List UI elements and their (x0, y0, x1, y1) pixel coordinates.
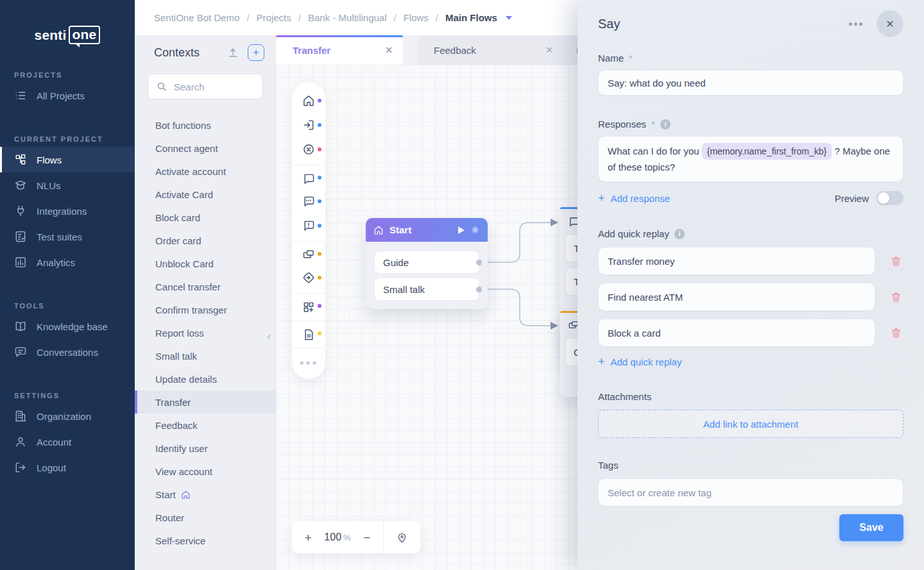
close-tab-icon[interactable]: ✕ (376, 45, 393, 55)
sidebar-item-label: Test suites (37, 231, 82, 242)
name-field[interactable] (598, 70, 903, 96)
add-quick-reply-button[interactable]: + Add quick replay (598, 356, 681, 367)
close-icon[interactable]: ✕ (877, 10, 903, 37)
breadcrumb-item[interactable]: Bank - Multilingual (308, 12, 387, 23)
start-node[interactable]: Start Guide Small talk (366, 218, 488, 309)
tab-transfer[interactable]: Transfer ✕ (276, 35, 403, 65)
context-item-start[interactable]: Start (135, 483, 276, 506)
breadcrumb-current[interactable]: Main Flows (445, 12, 497, 23)
add-response-button[interactable]: + Add response (598, 192, 670, 204)
sign-in-node-icon (302, 119, 315, 131)
context-item[interactable]: View account (135, 460, 276, 483)
breadcrumb-separator: / (436, 12, 438, 23)
start-node-body: Guide Small talk (366, 242, 488, 309)
delete-quick-reply-button[interactable] (875, 291, 903, 303)
palette-subflow-node[interactable] (292, 241, 325, 265)
sidebar-item-label: Analytics (37, 257, 75, 268)
sidebar-item-analytics[interactable]: Analytics (0, 249, 135, 275)
blue-dot (318, 224, 321, 228)
flows-icon (14, 153, 27, 166)
blue-dot (318, 176, 321, 180)
sentione-logo: senti one (0, 0, 135, 44)
add-attachment-button[interactable]: Add link to attachment (598, 410, 903, 438)
start-option-small-talk[interactable]: Small talk (374, 278, 479, 301)
name-label: Name* (598, 53, 903, 63)
add-context-button[interactable]: + (248, 44, 264, 61)
start-node-header[interactable]: Start (366, 218, 488, 242)
section-settings: SETTINGS (14, 392, 135, 399)
sidebar-item-label: NLUs (37, 180, 61, 191)
palette-note-node[interactable] (292, 321, 325, 345)
delete-quick-reply-button[interactable] (875, 255, 903, 267)
breadcrumb-item[interactable]: SentiOne Bot Demo (154, 12, 239, 23)
context-item[interactable]: Update details (135, 367, 276, 390)
memory-variable-chip[interactable]: {memory.name_first_from_kb} (702, 143, 832, 160)
sidebar-item-conversations[interactable]: Conversations (0, 339, 135, 365)
context-item[interactable]: Bot functions (135, 113, 276, 137)
breadcrumb-item[interactable]: Flows (404, 12, 429, 23)
context-item[interactable]: Confirm transger (135, 298, 276, 321)
sidebar-item-all-projects[interactable]: All Projects (0, 83, 135, 108)
palette-start-node[interactable] (292, 88, 325, 113)
preview-toggle[interactable] (877, 191, 903, 205)
sidebar-item-integrations[interactable]: Integrations (0, 198, 135, 224)
response-editor[interactable]: What can I do for you {memory.name_first… (598, 136, 903, 182)
context-item[interactable]: Router (135, 506, 276, 529)
zoom-in-button[interactable]: + (305, 532, 312, 544)
palette-entry-node[interactable] (292, 113, 325, 137)
context-item[interactable]: Identify user (135, 437, 276, 460)
context-item[interactable]: Feedback (135, 414, 276, 437)
context-item[interactable]: Report loss (135, 321, 276, 344)
quick-reply-field[interactable] (598, 319, 875, 347)
sidebar-item-knowledge-base[interactable]: Knowledge base (0, 314, 135, 339)
palette-say-node[interactable] (292, 165, 325, 189)
sidebar-item-logout[interactable]: Logout (0, 455, 135, 480)
context-item[interactable]: Activate Card (135, 183, 276, 206)
tags-field[interactable] (598, 478, 903, 507)
start-option-guide[interactable]: Guide (374, 251, 479, 274)
chevron-down-icon[interactable] (506, 16, 512, 20)
context-item[interactable]: Activate account (135, 160, 276, 183)
info-icon[interactable]: i (674, 229, 685, 239)
sidebar-item-label: Logout (37, 462, 66, 473)
sidebar-item-test-suites[interactable]: Test suites (0, 224, 135, 249)
palette-integration-node[interactable] (292, 293, 325, 317)
context-item[interactable]: Self-service (135, 529, 276, 552)
zoom-out-button[interactable]: − (363, 532, 370, 544)
connector-port[interactable] (476, 260, 482, 265)
breadcrumb-item[interactable]: Projects (257, 12, 291, 23)
sidebar-item-nlus[interactable]: NLUs (0, 172, 135, 198)
quick-reply-field[interactable] (598, 283, 875, 311)
palette-redirect-node[interactable] (292, 265, 325, 290)
context-item[interactable]: Small talk (135, 344, 276, 367)
context-item-transfer-active[interactable]: Transfer (135, 390, 276, 414)
close-tab-icon[interactable]: ✕ (536, 45, 553, 55)
context-item[interactable]: Order card (135, 229, 276, 252)
palette-notify-node[interactable] (292, 214, 325, 238)
upload-icon[interactable] (227, 47, 239, 58)
delete-quick-reply-button[interactable] (875, 327, 903, 339)
palette-end-node[interactable] (292, 137, 325, 162)
sidebar-item-organization[interactable]: Organization (0, 403, 135, 429)
save-button[interactable]: Save (839, 514, 903, 541)
contexts-panel: Contexts + Bot functions Connect agent A… (135, 35, 276, 570)
palette-more-button[interactable]: ●●● (292, 348, 325, 373)
sidebar-item-account[interactable]: Account (0, 429, 135, 455)
play-icon[interactable] (458, 226, 465, 234)
context-item[interactable]: Unblock Card (135, 252, 276, 275)
quick-reply-field[interactable] (598, 247, 875, 275)
connector-port[interactable] (476, 287, 482, 292)
palette-ask-node[interactable] (292, 189, 325, 214)
more-options-icon[interactable] (849, 22, 862, 26)
sidebar-item-label: Knowledge base (37, 321, 108, 332)
collapse-panel-chevron[interactable]: ‹ (267, 330, 271, 343)
tab-feedback[interactable]: Feedback ✕ (417, 35, 563, 65)
gear-icon[interactable] (470, 225, 480, 235)
sidebar-item-flows[interactable]: Flows (0, 147, 135, 172)
context-item[interactable]: Block card (135, 206, 276, 229)
info-icon[interactable]: i (660, 119, 671, 130)
context-item[interactable]: Cancel transfer (135, 275, 276, 298)
layers-node-icon (302, 249, 315, 262)
context-item[interactable]: Connect agent (135, 137, 276, 160)
center-view-button[interactable] (383, 521, 420, 553)
